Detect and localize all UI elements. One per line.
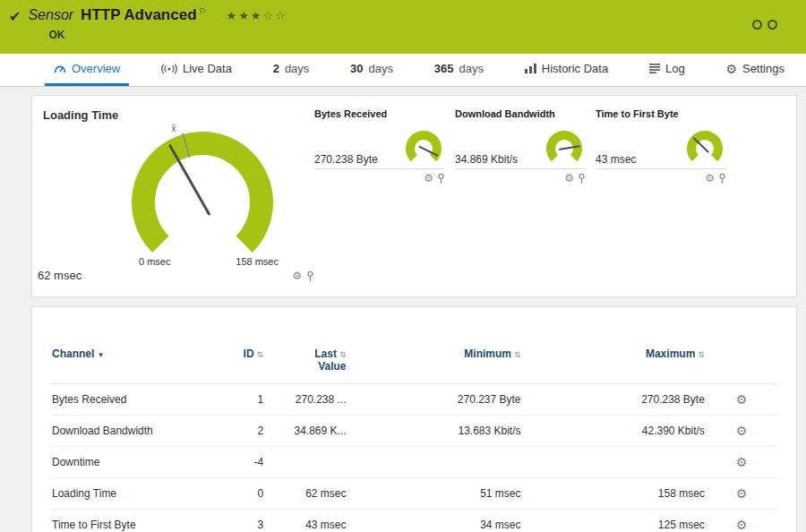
channel-name: Loading Time	[52, 478, 209, 510]
sort-icon[interactable]: ⇅	[339, 350, 347, 359]
channel-id: 0	[209, 478, 264, 510]
channel-last-value	[263, 447, 346, 478]
overview-content: Loading Time x̄ 0 msec 158 msec 62 msec …	[0, 87, 806, 532]
channel-settings-gear-icon[interactable]: ⚙	[736, 392, 748, 407]
bytes-received-gauge-block: Bytes Received 270.238 Byte ⚙	[314, 108, 445, 287]
column-header-id[interactable]: ID⇅	[209, 348, 264, 384]
tab-label: Settings	[742, 62, 785, 75]
channel-minimum: 51 msec	[347, 478, 521, 510]
gauge-title: Bytes Received	[314, 108, 445, 119]
overview-icon	[54, 64, 66, 74]
column-header-minimum[interactable]: Minimum⇅	[347, 348, 521, 384]
channel-settings-gear-icon[interactable]: ⚙	[736, 486, 748, 501]
column-label: Maximum	[646, 348, 695, 360]
tab-historic-data[interactable]: Historic Data	[516, 54, 617, 86]
column-label: Channel	[52, 348, 94, 360]
gauge-gear-icon[interactable]: ⚙	[564, 172, 574, 184]
channel-settings-gear-icon[interactable]: ⚙	[736, 424, 748, 438]
gauge-dial: x̄	[117, 122, 287, 254]
table-row: Download Bandwidth 2 34.869 K... 13.683 …	[52, 416, 778, 447]
time-to-first-byte-gauge-block: Time to First Byte 43 msec ⚙	[596, 108, 726, 287]
mean-marker-label: x̄	[172, 124, 176, 133]
tab-2-days[interactable]: 2 days	[264, 54, 319, 86]
table-row: Time to First Byte 3 43 msec 34 msec 125…	[52, 510, 778, 532]
tab-30-days[interactable]: 30 days	[341, 54, 402, 86]
gauge-gear-icon[interactable]: ⚙	[292, 270, 302, 282]
channel-last-value: 62 msec	[263, 478, 346, 510]
channel-sort-dropdown-icon[interactable]: ▾	[99, 350, 103, 359]
historic-data-icon	[525, 64, 536, 73]
column-label: Last	[314, 348, 337, 360]
column-label: Minimum	[464, 348, 511, 360]
channel-name: Time to First Byte	[52, 510, 209, 532]
tab-label: Overview	[72, 62, 120, 75]
gauge-actions: ⚙	[596, 172, 726, 184]
channel-last-value: 34.869 K...	[263, 416, 346, 447]
channel-maximum: 270.238 Byte	[521, 384, 705, 416]
sensor-header: ✔ Sensor HTTP Advanced ⚐ ★★★☆☆ OK	[0, 0, 806, 54]
gauge-actions: ⚙	[314, 172, 445, 184]
tab-overview[interactable]: Overview	[45, 54, 129, 86]
loading-time-gauge: x̄ 0 msec 158 msec	[117, 122, 287, 267]
gauge-actions: ⚙	[455, 172, 586, 184]
column-header-maximum[interactable]: Maximum⇅	[521, 348, 705, 384]
column-header-channel[interactable]: Channel▾	[52, 348, 209, 384]
tab-label: days	[285, 62, 309, 75]
gauge-dial	[402, 129, 445, 167]
pin-icon[interactable]	[578, 173, 586, 184]
channel-minimum: 34 msec	[347, 510, 521, 532]
priority-stars[interactable]: ★★★☆☆	[227, 9, 287, 22]
tab-number: 365	[434, 62, 454, 75]
sort-icon[interactable]: ⇅	[698, 350, 705, 359]
sort-icon[interactable]: ⇅	[514, 350, 521, 359]
tab-log[interactable]: Log	[640, 54, 694, 86]
gauge-current-value: 62 msec	[38, 269, 81, 282]
small-gauges-row: Bytes Received 270.238 Byte ⚙	[314, 108, 726, 287]
channel-id: 3	[209, 510, 264, 532]
tab-label: Historic Data	[542, 62, 608, 75]
tab-label: Log	[665, 62, 685, 75]
settings-gear-icon: ⚙	[725, 62, 737, 76]
tab-settings[interactable]: ⚙ Settings	[716, 54, 793, 86]
channels-table: Channel▾ ID⇅ Last⇅ Value Minimum⇅ Maximu…	[52, 348, 778, 532]
header-circle-icon-2[interactable]	[767, 20, 777, 30]
column-header-last-value[interactable]: Last⇅ Value	[263, 348, 346, 384]
gauge-dial	[683, 129, 726, 167]
live-data-icon	[161, 64, 177, 74]
channel-id: -4	[209, 447, 264, 478]
tab-365-days[interactable]: 365 days	[425, 54, 493, 86]
sensor-status-badge: OK	[48, 29, 795, 41]
gauges-panel: Loading Time x̄ 0 msec 158 msec 62 msec …	[31, 95, 797, 297]
column-label: ID	[244, 348, 254, 360]
channel-id: 2	[209, 416, 264, 447]
channel-minimum: 270.237 Byte	[347, 384, 521, 416]
gauge-min-label: 0 msec	[139, 256, 170, 267]
gauge-gear-icon[interactable]: ⚙	[705, 172, 715, 184]
pin-icon[interactable]	[306, 270, 314, 282]
channel-id: 1	[209, 384, 264, 416]
sort-icon[interactable]: ⇅	[257, 350, 264, 359]
header-circle-icon-1[interactable]	[752, 20, 762, 30]
sensor-kind-label: Sensor	[28, 7, 73, 23]
channel-settings-gear-icon[interactable]: ⚙	[736, 455, 748, 469]
gauge-gear-icon[interactable]: ⚙	[424, 172, 433, 184]
table-row: Bytes Received 1 270.238 ... 270.237 Byt…	[52, 384, 778, 416]
pin-icon[interactable]	[437, 173, 445, 184]
tab-number: 2	[273, 62, 279, 75]
pin-icon[interactable]	[718, 173, 726, 184]
loading-time-gauge-block: Loading Time x̄ 0 msec 158 msec 62 msec …	[41, 105, 314, 287]
header-actions	[752, 20, 777, 30]
status-check-icon: ✔	[9, 8, 21, 25]
priority-flag-icon[interactable]: ⚐	[199, 6, 207, 16]
page-title: HTTP Advanced	[81, 6, 196, 24]
gauge-current-value: 270.238 Byte	[314, 153, 378, 166]
tab-label: days	[459, 62, 484, 75]
channel-maximum: 42.390 Kbit/s	[521, 416, 705, 447]
download-bandwidth-gauge-block: Download Bandwidth 34.869 Kbit/s ⚙	[455, 108, 586, 287]
channel-settings-gear-icon[interactable]: ⚙	[736, 518, 748, 532]
channel-minimum: 13.683 Kbit/s	[347, 416, 521, 447]
gauge-current-value: 43 msec	[596, 153, 636, 166]
tab-label: days	[369, 62, 393, 75]
tab-live-data[interactable]: Live Data	[152, 54, 241, 86]
tab-bar: Overview Live Data 2 days 30 days 365 da…	[0, 54, 806, 87]
